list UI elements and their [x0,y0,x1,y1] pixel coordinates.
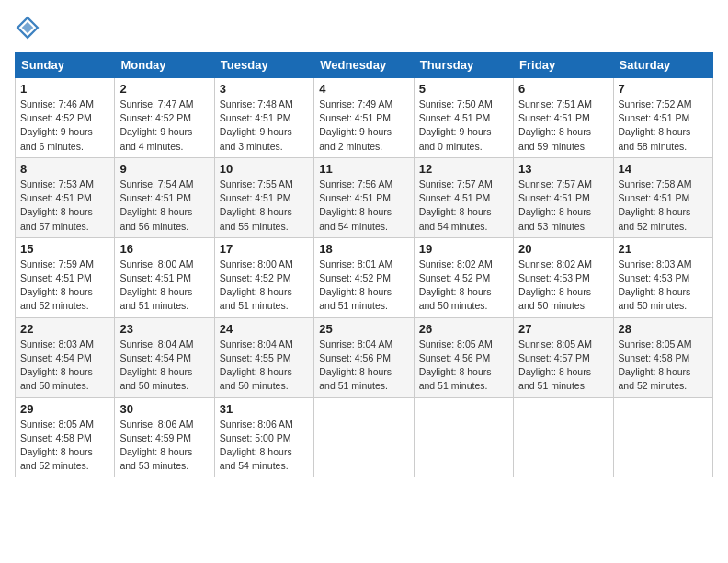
calendar-cell: 20 Sunrise: 8:02 AMSunset: 4:53 PMDaylig… [514,237,613,317]
day-number: 28 [619,322,708,336]
day-detail: Sunrise: 8:00 AMSunset: 4:51 PMDaylight:… [119,258,209,314]
calendar-cell: 5 Sunrise: 7:50 AMSunset: 4:51 PMDayligh… [414,78,513,158]
calendar-cell: 3 Sunrise: 7:48 AMSunset: 4:51 PMDayligh… [214,78,313,158]
day-detail: Sunrise: 7:47 AMSunset: 4:52 PMDaylight:… [119,98,209,154]
day-detail: Sunrise: 7:52 AMSunset: 4:51 PMDaylight:… [619,98,708,154]
calendar-cell: 4 Sunrise: 7:49 AMSunset: 4:51 PMDayligh… [314,78,414,158]
calendar-cell [414,397,513,477]
calendar-week-row: 8 Sunrise: 7:53 AMSunset: 4:51 PMDayligh… [16,157,713,237]
header-friday: Friday [514,52,613,78]
day-number: 31 [220,402,309,416]
day-detail: Sunrise: 8:03 AMSunset: 4:54 PMDaylight:… [20,338,109,394]
calendar-cell: 2 Sunrise: 7:47 AMSunset: 4:52 PMDayligh… [115,78,214,158]
day-number: 15 [20,242,109,256]
day-number: 7 [619,82,708,96]
logo [15,15,44,40]
calendar-cell: 13 Sunrise: 7:57 AMSunset: 4:51 PMDaylig… [514,157,613,237]
calendar-cell: 12 Sunrise: 7:57 AMSunset: 4:51 PMDaylig… [414,157,513,237]
day-detail: Sunrise: 8:04 AMSunset: 4:56 PMDaylight:… [319,338,408,394]
header-saturday: Saturday [613,52,712,78]
calendar-cell: 16 Sunrise: 8:00 AMSunset: 4:51 PMDaylig… [115,237,214,317]
day-number: 10 [220,162,309,176]
calendar-cell: 19 Sunrise: 8:02 AMSunset: 4:52 PMDaylig… [414,237,513,317]
day-detail: Sunrise: 7:48 AMSunset: 4:51 PMDaylight:… [220,98,309,154]
calendar-week-row: 29 Sunrise: 8:05 AMSunset: 4:58 PMDaylig… [16,397,713,477]
day-detail: Sunrise: 7:49 AMSunset: 4:51 PMDaylight:… [319,98,408,154]
day-detail: Sunrise: 8:05 AMSunset: 4:56 PMDaylight:… [419,338,508,394]
calendar-cell: 30 Sunrise: 8:06 AMSunset: 4:59 PMDaylig… [115,397,214,477]
day-detail: Sunrise: 8:04 AMSunset: 4:55 PMDaylight:… [220,338,309,394]
day-detail: Sunrise: 7:59 AMSunset: 4:51 PMDaylight:… [20,258,109,314]
day-number: 3 [220,82,309,96]
calendar-table: SundayMondayTuesdayWednesdayThursdayFrid… [15,52,713,477]
day-number: 12 [419,162,508,176]
day-number: 29 [20,402,109,416]
calendar-cell: 22 Sunrise: 8:03 AMSunset: 4:54 PMDaylig… [16,317,115,397]
header-tuesday: Tuesday [214,52,313,78]
day-number: 17 [220,242,309,256]
day-detail: Sunrise: 7:53 AMSunset: 4:51 PMDaylight:… [20,178,109,234]
day-detail: Sunrise: 8:05 AMSunset: 4:57 PMDaylight:… [518,338,608,394]
day-detail: Sunrise: 8:03 AMSunset: 4:53 PMDaylight:… [619,258,708,314]
calendar-cell: 7 Sunrise: 7:52 AMSunset: 4:51 PMDayligh… [613,78,712,158]
calendar-cell: 31 Sunrise: 8:06 AMSunset: 5:00 PMDaylig… [214,397,313,477]
day-number: 25 [319,322,408,336]
calendar-cell: 23 Sunrise: 8:04 AMSunset: 4:54 PMDaylig… [115,317,214,397]
calendar-cell: 21 Sunrise: 8:03 AMSunset: 4:53 PMDaylig… [613,237,712,317]
calendar-cell: 27 Sunrise: 8:05 AMSunset: 4:57 PMDaylig… [514,317,613,397]
day-detail: Sunrise: 7:51 AMSunset: 4:51 PMDaylight:… [518,98,608,154]
logo-icon [15,15,40,40]
day-detail: Sunrise: 8:01 AMSunset: 4:52 PMDaylight:… [319,258,408,314]
day-detail: Sunrise: 7:55 AMSunset: 4:51 PMDaylight:… [220,178,309,234]
day-detail: Sunrise: 8:02 AMSunset: 4:52 PMDaylight:… [419,258,508,314]
day-detail: Sunrise: 8:05 AMSunset: 4:58 PMDaylight:… [619,338,708,394]
day-number: 23 [119,322,209,336]
day-detail: Sunrise: 7:46 AMSunset: 4:52 PMDaylight:… [20,98,109,154]
header-thursday: Thursday [414,52,513,78]
calendar-cell: 10 Sunrise: 7:55 AMSunset: 4:51 PMDaylig… [214,157,313,237]
day-detail: Sunrise: 8:05 AMSunset: 4:58 PMDaylight:… [20,418,109,474]
calendar-cell: 1 Sunrise: 7:46 AMSunset: 4:52 PMDayligh… [16,78,115,158]
calendar-cell [314,397,414,477]
day-number: 19 [419,242,508,256]
day-number: 24 [220,322,309,336]
calendar-week-row: 1 Sunrise: 7:46 AMSunset: 4:52 PMDayligh… [16,78,713,158]
day-number: 13 [518,162,608,176]
calendar-cell: 8 Sunrise: 7:53 AMSunset: 4:51 PMDayligh… [16,157,115,237]
calendar-week-row: 15 Sunrise: 7:59 AMSunset: 4:51 PMDaylig… [16,237,713,317]
day-number: 11 [319,162,408,176]
day-number: 6 [518,82,608,96]
calendar-cell: 9 Sunrise: 7:54 AMSunset: 4:51 PMDayligh… [115,157,214,237]
calendar-header-row: SundayMondayTuesdayWednesdayThursdayFrid… [16,52,713,78]
day-detail: Sunrise: 7:58 AMSunset: 4:51 PMDaylight:… [619,178,708,234]
day-number: 27 [518,322,608,336]
day-number: 21 [619,242,708,256]
day-detail: Sunrise: 7:57 AMSunset: 4:51 PMDaylight:… [518,178,608,234]
day-detail: Sunrise: 8:02 AMSunset: 4:53 PMDaylight:… [518,258,608,314]
calendar-cell: 26 Sunrise: 8:05 AMSunset: 4:56 PMDaylig… [414,317,513,397]
calendar-cell: 29 Sunrise: 8:05 AMSunset: 4:58 PMDaylig… [16,397,115,477]
day-number: 20 [518,242,608,256]
calendar-cell: 11 Sunrise: 7:56 AMSunset: 4:51 PMDaylig… [314,157,414,237]
calendar-cell: 18 Sunrise: 8:01 AMSunset: 4:52 PMDaylig… [314,237,414,317]
day-detail: Sunrise: 7:56 AMSunset: 4:51 PMDaylight:… [319,178,408,234]
day-number: 26 [419,322,508,336]
calendar-cell [613,397,712,477]
day-detail: Sunrise: 8:06 AMSunset: 4:59 PMDaylight:… [119,418,209,474]
page-header [15,15,713,40]
calendar-cell: 24 Sunrise: 8:04 AMSunset: 4:55 PMDaylig… [214,317,313,397]
day-detail: Sunrise: 7:57 AMSunset: 4:51 PMDaylight:… [419,178,508,234]
calendar-cell: 6 Sunrise: 7:51 AMSunset: 4:51 PMDayligh… [514,78,613,158]
day-number: 16 [119,242,209,256]
calendar-cell: 28 Sunrise: 8:05 AMSunset: 4:58 PMDaylig… [613,317,712,397]
day-number: 8 [20,162,109,176]
calendar-cell: 25 Sunrise: 8:04 AMSunset: 4:56 PMDaylig… [314,317,414,397]
day-detail: Sunrise: 8:06 AMSunset: 5:00 PMDaylight:… [220,418,309,474]
day-detail: Sunrise: 7:54 AMSunset: 4:51 PMDaylight:… [119,178,209,234]
day-detail: Sunrise: 8:00 AMSunset: 4:52 PMDaylight:… [220,258,309,314]
day-number: 30 [119,402,209,416]
header-wednesday: Wednesday [314,52,414,78]
day-number: 5 [419,82,508,96]
day-detail: Sunrise: 7:50 AMSunset: 4:51 PMDaylight:… [419,98,508,154]
header-sunday: Sunday [16,52,115,78]
